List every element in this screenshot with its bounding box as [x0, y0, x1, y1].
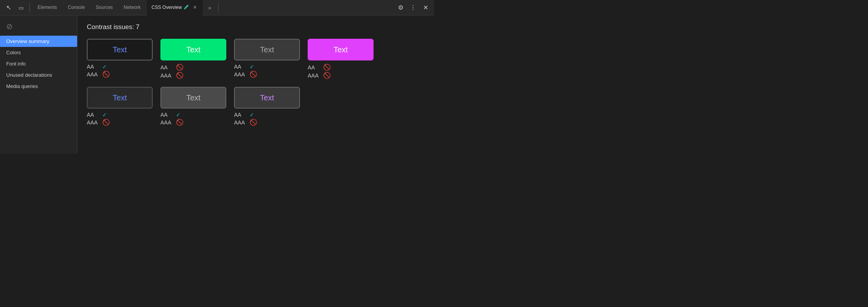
cursor-button[interactable]: ↖: [3, 2, 14, 13]
more-tabs-button[interactable]: »: [204, 2, 215, 13]
device-icon: ▭: [19, 5, 24, 11]
contrast-box-7: Text: [234, 87, 300, 109]
contrast-checks-4: AA 🚫 AAA 🚫: [308, 64, 374, 79]
check-aaa-3: AAA 🚫: [234, 71, 300, 78]
contrast-item-5[interactable]: Text AA ✓ AAA 🚫: [87, 87, 153, 126]
toolbar: ↖ ▭ Elements Console Sources Network CSS…: [0, 0, 434, 16]
contrast-item-4[interactable]: Text AA 🚫 AAA 🚫: [308, 39, 374, 79]
check-pass-icon: ✓: [250, 112, 254, 118]
contrast-title: Contrast issues: 7: [87, 23, 425, 31]
check-fail-icon: 🚫: [176, 64, 184, 71]
css-overview-beaker-icon: 🧪: [183, 4, 189, 10]
check-aaa-4: AAA 🚫: [308, 72, 374, 79]
sidebar-item-overview-summary[interactable]: Overview summary: [0, 36, 77, 47]
contrast-checks-7: AA ✓ AAA 🚫: [234, 112, 300, 126]
tab-close-button[interactable]: ✕: [192, 4, 198, 10]
contrast-box-5: Text: [87, 87, 153, 109]
content-area: Contrast issues: 7 Text AA ✓ AAA 🚫: [78, 16, 434, 154]
tab-console[interactable]: Console: [63, 0, 90, 16]
sidebar-item-media-queries[interactable]: Media queries: [0, 81, 77, 92]
check-fail-icon: 🚫: [102, 71, 110, 78]
contrast-checks-3: AA ✓ AAA 🚫: [234, 64, 300, 78]
check-aa-7: AA ✓: [234, 112, 300, 118]
tab-network[interactable]: Network: [119, 0, 145, 16]
check-aa-1: AA ✓: [87, 64, 153, 70]
toolbar-divider-1: [29, 3, 30, 12]
check-fail-icon: 🚫: [323, 64, 331, 71]
contrast-box-6: Text: [160, 87, 226, 109]
check-aa-2: AA 🚫: [160, 64, 226, 71]
chevron-right-icon: »: [208, 5, 211, 11]
tab-sources[interactable]: Sources: [91, 0, 117, 16]
toolbar-divider-2: [218, 3, 219, 12]
check-pass-icon: ✓: [102, 112, 107, 118]
contrast-item-7[interactable]: Text AA ✓ AAA 🚫: [234, 87, 300, 126]
check-aa-6: AA ✓: [160, 112, 226, 118]
sidebar-item-colors[interactable]: Colors: [0, 47, 77, 58]
check-pass-icon: ✓: [176, 112, 181, 118]
cursor-icon: ↖: [6, 4, 11, 11]
contrast-checks-2: AA 🚫 AAA 🚫: [160, 64, 226, 79]
contrast-item-1[interactable]: Text AA ✓ AAA 🚫: [87, 39, 153, 79]
contrast-item-6[interactable]: Text AA ✓ AAA 🚫: [160, 87, 226, 126]
contrast-box-2: Text: [160, 39, 226, 60]
check-pass-icon: ✓: [102, 64, 107, 70]
check-aaa-6: AAA 🚫: [160, 119, 226, 126]
check-aaa-7: AAA 🚫: [234, 119, 300, 126]
contrast-box-4: Text: [308, 39, 374, 60]
tab-css-overview[interactable]: CSS Overview 🧪 ✕: [147, 0, 203, 16]
sidebar-item-unused-declarations[interactable]: Unused declarations: [0, 69, 77, 81]
sidebar: ⊘ Overview summary Colors Font info Unus…: [0, 16, 78, 154]
device-toggle-button[interactable]: ▭: [16, 2, 26, 13]
no-issues-icon[interactable]: ⊘: [3, 20, 16, 33]
contrast-box-3: Text: [234, 39, 300, 60]
more-options-button[interactable]: ⋮: [408, 2, 418, 13]
devtools-close-button[interactable]: ✕: [420, 2, 431, 13]
check-fail-icon: 🚫: [250, 119, 257, 126]
contrast-item-2[interactable]: Text AA 🚫 AAA 🚫: [160, 39, 226, 79]
contrast-grid-row1: Text AA ✓ AAA 🚫 Text: [87, 39, 425, 79]
check-aaa-2: AAA 🚫: [160, 72, 226, 79]
check-fail-icon: 🚫: [176, 72, 184, 79]
check-aaa-1: AAA 🚫: [87, 71, 153, 78]
toolbar-right: ⚙ ⋮ ✕: [395, 2, 431, 13]
tab-elements[interactable]: Elements: [33, 0, 62, 16]
contrast-checks-1: AA ✓ AAA 🚫: [87, 64, 153, 78]
check-aa-3: AA ✓: [234, 64, 300, 70]
check-aa-5: AA ✓: [87, 112, 153, 118]
check-fail-icon: 🚫: [102, 119, 110, 126]
contrast-checks-6: AA ✓ AAA 🚫: [160, 112, 226, 126]
check-fail-icon: 🚫: [176, 119, 184, 126]
sidebar-item-font-info[interactable]: Font info: [0, 58, 77, 69]
contrast-checks-5: AA ✓ AAA 🚫: [87, 112, 153, 126]
gear-icon: ⚙: [398, 4, 403, 11]
check-pass-icon: ✓: [250, 64, 254, 70]
contrast-item-3[interactable]: Text AA ✓ AAA 🚫: [234, 39, 300, 79]
contrast-grid-row2: Text AA ✓ AAA 🚫 Text: [87, 87, 425, 126]
close-icon: ✕: [423, 4, 428, 11]
contrast-box-1: Text: [87, 39, 153, 60]
check-fail-icon: 🚫: [323, 72, 331, 79]
check-aaa-5: AAA 🚫: [87, 119, 153, 126]
settings-button[interactable]: ⚙: [395, 2, 406, 13]
main-layout: ⊘ Overview summary Colors Font info Unus…: [0, 16, 434, 154]
check-fail-icon: 🚫: [250, 71, 257, 78]
check-aa-4: AA 🚫: [308, 64, 374, 71]
more-icon: ⋮: [410, 4, 416, 11]
